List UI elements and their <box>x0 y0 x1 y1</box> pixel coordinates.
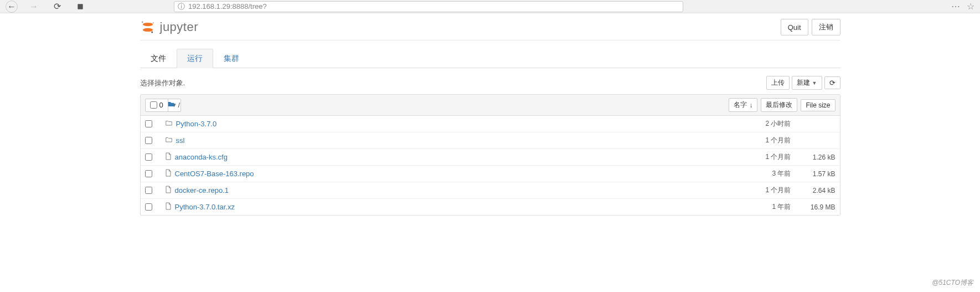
item-size: 1.26 kB <box>796 153 835 161</box>
browser-url-text: 192.168.1.29:8888/tree? <box>188 2 267 11</box>
new-button-label: 新建 <box>797 78 810 88</box>
file-icon <box>165 202 172 212</box>
svg-rect-0 <box>78 4 82 9</box>
browser-right-icons: ⋯ ☆ <box>951 1 974 12</box>
svg-point-2 <box>142 28 152 32</box>
item-modified: 1 个月前 <box>751 186 796 195</box>
item-size: 1.57 kB <box>796 170 835 178</box>
svg-point-4 <box>152 22 153 23</box>
tab-clusters[interactable]: 集群 <box>213 49 250 68</box>
select-count: 0 <box>159 101 163 109</box>
logout-button[interactable]: 注销 <box>812 19 840 35</box>
info-icon: ⓘ <box>178 2 185 12</box>
item-size: 2.64 kB <box>796 187 835 194</box>
sort-size-label: File size <box>806 101 830 109</box>
file-icon <box>165 152 172 162</box>
folder-icon <box>167 100 175 110</box>
list-row: docker-ce.repo.11 个月前2.64 kB <box>141 182 840 198</box>
tabs: 文件 运行 集群 <box>140 48 840 68</box>
item-link[interactable]: ssl <box>176 136 185 145</box>
item-modified: 2 小时前 <box>751 119 796 129</box>
list-row: CentOS7-Base-163.repo3 年前1.57 kB <box>141 165 840 182</box>
list-row: ssl1 个月前 <box>141 132 840 148</box>
sort-modified-label: 最后修改 <box>766 100 792 110</box>
item-link[interactable]: anaconda-ks.cfg <box>175 153 228 161</box>
item-link[interactable]: Python-3.7.0.tar.xz <box>175 203 235 211</box>
arrow-down-icon: ↓ <box>749 101 752 109</box>
row-checkbox[interactable] <box>145 153 152 161</box>
item-modified: 1 个月前 <box>751 136 796 145</box>
sort-name-label: 名字 <box>734 100 747 110</box>
folder-icon <box>165 119 173 129</box>
item-link[interactable]: CentOS7-Base-163.repo <box>175 170 254 178</box>
select-all-checkbox[interactable] <box>150 101 157 109</box>
refresh-button[interactable]: ⟳ <box>824 76 840 89</box>
sort-modified-button[interactable]: 最后修改 <box>761 98 797 112</box>
svg-point-1 <box>142 23 152 26</box>
row-checkbox[interactable] <box>145 203 152 211</box>
toolbar-desc: 选择操作对象. <box>140 78 185 88</box>
logo[interactable]: jupyter <box>140 19 199 35</box>
sort-name-button[interactable]: 名字 ↓ <box>729 98 757 112</box>
row-checkbox[interactable] <box>145 170 152 177</box>
sort-size-button[interactable]: File size <box>801 99 835 111</box>
svg-point-5 <box>151 32 153 33</box>
item-size: 16.9 MB <box>796 203 835 211</box>
browser-menu-icon[interactable]: ⋯ <box>951 1 960 12</box>
tab-files[interactable]: 文件 <box>140 49 177 68</box>
browser-reload-button[interactable]: ⟳ <box>50 1 64 12</box>
file-icon <box>165 169 172 178</box>
tab-running[interactable]: 运行 <box>177 49 213 68</box>
item-link[interactable]: Python-3.7.0 <box>176 120 217 128</box>
quit-button[interactable]: Quit <box>781 19 808 35</box>
browser-bookmark-icon[interactable]: ☆ <box>967 1 974 12</box>
item-modified: 1 个月前 <box>751 152 796 162</box>
browser-home-button[interactable] <box>73 1 87 12</box>
breadcrumb[interactable]: / <box>178 101 180 109</box>
browser-back-button[interactable]: ← <box>6 1 18 13</box>
new-button[interactable]: 新建 ▼ <box>792 76 822 90</box>
item-modified: 1 年前 <box>751 202 796 212</box>
list-row: Python-3.7.0.tar.xz1 年前16.9 MB <box>141 198 840 215</box>
row-checkbox[interactable] <box>145 120 152 127</box>
row-checkbox[interactable] <box>145 137 152 144</box>
header: jupyter Quit 注销 <box>140 13 840 40</box>
svg-point-3 <box>141 22 143 23</box>
jupyter-logo-icon <box>140 19 156 35</box>
row-checkbox[interactable] <box>145 187 152 194</box>
toolbar: 选择操作对象. 上传 新建 ▼ ⟳ <box>140 76 840 90</box>
file-icon <box>165 186 172 195</box>
browser-forward-button[interactable]: → <box>27 1 41 12</box>
browser-bar: ← → ⟳ ⓘ 192.168.1.29:8888/tree? ⋯ ☆ <box>0 0 980 13</box>
list-row: anaconda-ks.cfg1 个月前1.26 kB <box>141 148 840 165</box>
item-modified: 3 年前 <box>751 169 796 178</box>
list-row: Python-3.7.02 小时前 <box>141 116 840 132</box>
item-link[interactable]: docker-ce.repo.1 <box>175 186 229 194</box>
logo-text: jupyter <box>160 20 199 34</box>
folder-icon <box>165 136 173 145</box>
upload-button[interactable]: 上传 <box>766 76 790 90</box>
caret-down-icon: ▼ <box>812 80 817 86</box>
browser-url-bar[interactable]: ⓘ 192.168.1.29:8888/tree? <box>174 1 683 12</box>
refresh-icon: ⟳ <box>829 79 835 87</box>
file-list: 0 ▼ / 名字 ↓ 最后修改 File size Pyt <box>140 94 840 216</box>
list-header: 0 ▼ / 名字 ↓ 最后修改 File size <box>141 95 840 116</box>
